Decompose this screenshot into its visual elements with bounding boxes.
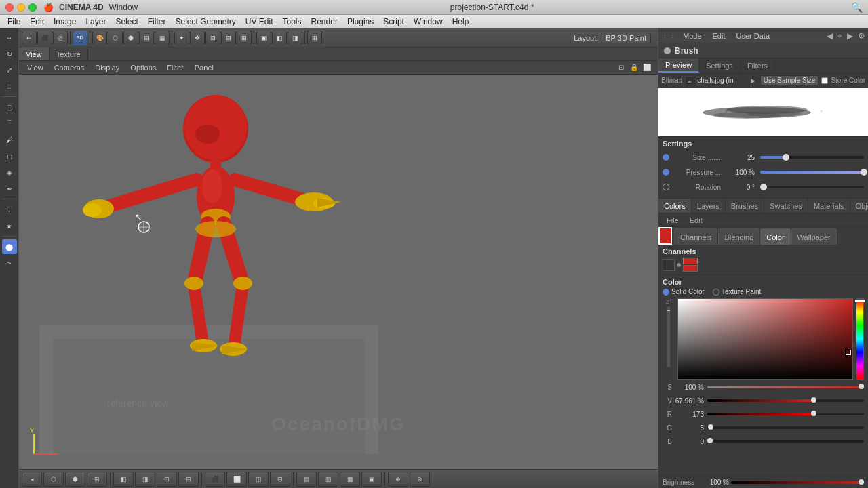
vp-icon-lock[interactable]: 🔒 [629,62,639,73]
bt-icon9[interactable]: ⬛ [205,472,225,487]
pm-mode-btn[interactable]: Mode [679,31,706,41]
minimize-button[interactable] [17,3,25,12]
sidebar-star-icon[interactable]: ★ [2,218,17,233]
r-slider[interactable] [707,413,864,415]
active-color-swatch[interactable] [658,227,672,245]
menu-filter[interactable]: Filter [143,16,171,27]
pm-target-icon[interactable]: ⌖ [837,31,842,41]
use-sample-size-btn[interactable]: Use Sample Size [760,75,819,85]
hue-bar[interactable] [856,298,864,380]
bitmap-expand-btn[interactable]: ▶ [751,77,757,84]
colors-edit-btn[interactable]: Edit [684,216,708,224]
brightness-slider-thumb[interactable] [859,479,864,485]
bitmap-preview-icon[interactable]: ☁ [685,76,694,85]
sidebar-paint-icon[interactable]: 🖌 [2,132,17,147]
s-slider[interactable] [707,386,864,388]
vp-icon-maximize[interactable]: ⬜ [642,62,652,73]
toolbar-grid-icon[interactable]: ⊞ [307,30,322,45]
vp-menu-options[interactable]: Options [125,64,161,72]
toolbar-brush-icon[interactable]: ⬛ [37,30,52,45]
cp-tab-materials[interactable]: Materials [808,199,850,213]
toolbar-shape3-icon[interactable]: ⊡ [205,30,220,45]
sidebar-select-icon[interactable]: ▢ [2,100,17,115]
menu-select[interactable]: Select [111,16,142,27]
toolbar-paint1-icon[interactable]: 🎨 [92,30,107,45]
bt-icon4[interactable]: ⊞ [87,472,107,487]
colors-file-btn[interactable]: File [661,216,684,224]
toolbar-paint3-icon[interactable]: ⬢ [123,30,138,45]
bt-icon1[interactable]: ◂ [22,472,42,487]
channel-fg-swatch[interactable] [683,258,698,264]
vp-icon-fit[interactable]: ⊡ [616,62,627,73]
sidebar-smudge-icon[interactable]: ~ [2,256,17,270]
bt-icon18[interactable]: ⊗ [410,472,430,487]
bt-icon7[interactable]: ⊡ [157,472,177,487]
menu-layer[interactable]: Layer [81,16,111,27]
cp-tab-brushes[interactable]: Brushes [726,199,764,213]
bt-icon13[interactable]: ▤ [296,472,317,487]
rotation-slider[interactable] [760,186,864,188]
channel-swatch-1[interactable] [663,259,675,271]
sidebar-eyedrop-icon[interactable]: ✒ [2,181,17,196]
menu-tools[interactable]: Tools [278,16,307,27]
cp-tab-objects[interactable]: Objects [850,199,868,213]
cp-tab-layers[interactable]: Layers [692,199,726,213]
menu-window[interactable]: Window [409,16,448,27]
bt-icon12[interactable]: ⊟ [270,472,290,487]
pm-edit-btn[interactable]: Edit [709,31,730,41]
bt-icon10[interactable]: ⬜ [226,472,247,487]
menu-render[interactable]: Render [307,16,342,27]
vp-menu-cameras[interactable]: Cameras [49,64,90,72]
toolbar-paint4-icon[interactable]: ⊞ [139,30,154,45]
cs-tab-wallpaper[interactable]: Wallpaper [791,228,837,245]
bt-icon2[interactable]: ⬡ [43,472,64,487]
bt-icon8[interactable]: ⊟ [178,472,199,487]
toolbar-cube3-icon[interactable]: ◨ [288,30,302,45]
bt-icon11[interactable]: ◫ [248,472,269,487]
bt-icon16[interactable]: ▣ [361,472,382,487]
solid-color-opt[interactable]: Solid Color [663,288,705,296]
menu-image[interactable]: Image [49,16,81,27]
pressure-radio[interactable] [663,169,669,176]
brush-tab-settings[interactable]: Settings [699,58,741,73]
vp-menu-display[interactable]: Display [90,64,125,72]
menu-plugins[interactable]: Plugins [342,16,378,27]
vp-menu-filter[interactable]: Filter [161,64,189,72]
sidebar-brush-active-icon[interactable]: ⬤ [2,239,17,254]
bt-icon3[interactable]: ⬢ [65,472,85,487]
toolbar-undo-icon[interactable]: ↩ [22,30,37,45]
vp-menu-view[interactable]: View [22,64,49,72]
bt-icon14[interactable]: ▥ [318,472,338,487]
sidebar-move-icon[interactable]: ↔ [2,30,17,45]
toolbar-cube1-icon[interactable]: ▣ [256,30,271,45]
r-slider-thumb[interactable] [811,411,816,416]
size-radio[interactable] [663,154,669,161]
size-slider[interactable] [760,156,864,159]
g-slider[interactable] [707,426,864,429]
bt-icon15[interactable]: ▦ [340,472,360,487]
bt-icon17[interactable]: ⊕ [388,472,408,487]
b-slider-thumb[interactable] [707,438,713,443]
toolbar-3d-icon[interactable]: 3D [73,30,87,45]
sidebar-lasso-icon[interactable]: ⌒ [2,116,17,131]
cs-tab-channels[interactable]: Channels [674,228,717,245]
tab-view[interactable]: View [19,47,50,60]
sidebar-rotate-icon[interactable]: ↻ [2,46,17,61]
brightness-slider[interactable] [731,481,864,484]
tab-texture[interactable]: Texture [50,47,88,60]
pm-arrow-right-icon[interactable]: ▶ [847,31,853,41]
brush-tab-preview[interactable]: Preview [658,58,699,73]
sidebar-scale-icon[interactable]: ⤢ [2,62,17,77]
maximize-button[interactable] [28,3,37,12]
v-slider-thumb[interactable] [811,397,816,403]
toolbar-shape4-icon[interactable]: ⊟ [221,30,236,45]
channel-bg-swatch[interactable] [683,265,698,272]
cp-tab-colors[interactable]: Colors [658,199,692,213]
texture-paint-opt[interactable]: Texture Paint [713,288,761,296]
toolbar-paint5-icon[interactable]: ▦ [155,30,170,45]
menu-file[interactable]: File [3,16,25,27]
bt-icon5[interactable]: ◧ [113,472,134,487]
sidebar-eraser-icon[interactable]: ◻ [2,148,17,163]
hue-number-slider[interactable] [667,306,671,367]
pm-settings-icon[interactable]: ⚙ [858,31,865,41]
